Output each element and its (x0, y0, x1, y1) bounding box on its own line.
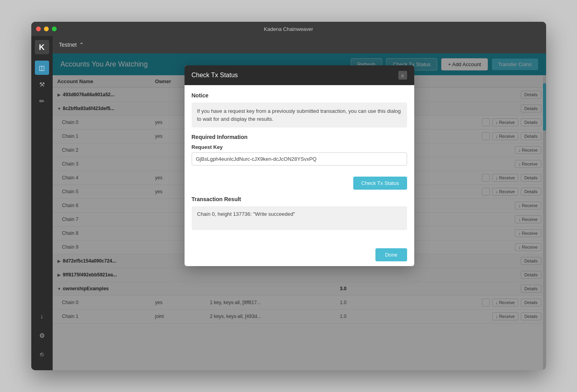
app-body: K ◫ ⚒ ✏ ↓ ⚙ ⎋ Testnet ⌃ Ac (31, 36, 546, 370)
close-button[interactable] (36, 27, 41, 31)
maximize-button[interactable] (52, 27, 57, 31)
top-nav: Testnet ⌃ (53, 36, 546, 53)
modal-footer: Done (185, 244, 414, 266)
network-chevron-icon: ⌃ (79, 42, 84, 48)
done-button[interactable]: Done (375, 248, 407, 261)
request-key-input[interactable] (192, 152, 407, 166)
main-content: Testnet ⌃ Accounts You Are Watching Refr… (53, 36, 546, 370)
sidebar-item-settings[interactable]: ⚙ (35, 328, 49, 343)
sidebar-item-wallet[interactable]: ◫ (35, 61, 49, 75)
result-label: Transaction Result (192, 196, 407, 202)
modal-overlay: Check Tx Status x Notice If you have a r… (53, 53, 546, 370)
title-bar: Kadena Chainweaver (31, 22, 546, 36)
sidebar-item-download[interactable]: ↓ (35, 309, 49, 323)
modal-header: Check Tx Status x (185, 65, 414, 85)
request-key-label: Request Key (192, 144, 407, 150)
notice-label: Notice (192, 92, 407, 99)
check-tx-status-modal: Check Tx Status x Notice If you have a r… (185, 65, 414, 266)
network-label: Testnet (59, 42, 77, 48)
modal-body: Notice If you have a request key from a … (185, 85, 414, 244)
sidebar: K ◫ ⚒ ✏ ↓ ⚙ ⎋ (31, 36, 53, 370)
required-label: Required Information (192, 134, 407, 140)
check-status-row: Check Tx Status (192, 177, 407, 190)
traffic-lights (36, 27, 57, 31)
app-window: Kadena Chainweaver K ◫ ⚒ ✏ ↓ ⚙ ⎋ Testnet… (31, 22, 546, 370)
sidebar-bottom: ↓ ⚙ ⎋ (35, 309, 49, 364)
network-selector[interactable]: Testnet ⌃ (59, 42, 84, 48)
transaction-result-section: Transaction Result Chain 0, height 13773… (192, 196, 407, 230)
app-logo: K (35, 40, 49, 54)
sidebar-item-keys[interactable]: ⚒ (35, 77, 49, 91)
notice-box: If you have a request key from a previou… (192, 103, 407, 127)
sidebar-item-logout[interactable]: ⎋ (35, 347, 49, 362)
window-title: Kadena Chainweaver (264, 26, 313, 32)
modal-title: Check Tx Status (192, 72, 238, 79)
sidebar-item-contracts[interactable]: ✏ (35, 94, 49, 108)
required-section: Required Information Request Key (192, 134, 407, 170)
page-area: Accounts You Are Watching Refresh Check … (53, 53, 546, 370)
result-box: Chain 0, height 137736: "Write succeeded… (192, 206, 407, 230)
check-tx-status-submit-button[interactable]: Check Tx Status (353, 177, 407, 190)
minimize-button[interactable] (44, 27, 49, 31)
modal-close-button[interactable]: x (398, 71, 407, 80)
